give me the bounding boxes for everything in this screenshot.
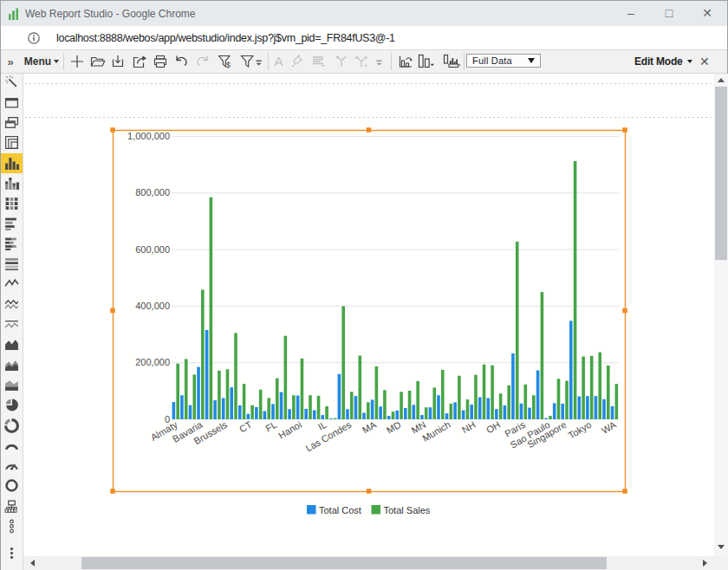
svg-text:IL: IL [316, 419, 328, 432]
svg-text:Las Condes: Las Condes [303, 419, 353, 454]
svg-text:CT: CT [237, 419, 254, 435]
svg-text:200,000: 200,000 [135, 357, 170, 367]
svg-text:Munich: Munich [420, 419, 452, 444]
svg-text:MA: MA [361, 419, 379, 436]
svg-text:Hanoi: Hanoi [276, 419, 303, 441]
svg-text:MD: MD [385, 419, 403, 436]
svg-text:NH: NH [460, 419, 478, 435]
svg-text:600,000: 600,000 [135, 244, 170, 255]
svg-text:WA: WA [600, 419, 619, 436]
svg-text:400,000: 400,000 [135, 301, 170, 311]
svg-text:1,000,000: 1,000,000 [127, 131, 170, 141]
svg-text:Tokyo: Tokyo [566, 419, 593, 441]
svg-text:800,000: 800,000 [135, 187, 170, 198]
svg-text:OH: OH [484, 419, 502, 436]
svg-text:Total Cost: Total Cost [319, 505, 361, 515]
svg-text:Total Sales: Total Sales [384, 505, 431, 515]
